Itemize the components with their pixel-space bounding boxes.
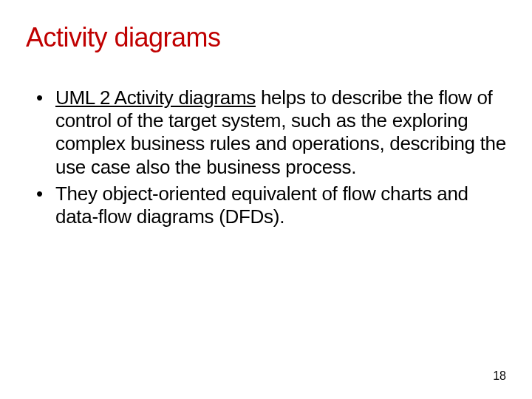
bullet-item-1: UML 2 Activity diagrams helps to describ…: [36, 86, 506, 179]
bullet-item-2: They object-oriented equivalent of flow …: [36, 183, 506, 228]
slide-title: Activity diagrams: [26, 22, 506, 53]
bullet-list: UML 2 Activity diagrams helps to describ…: [26, 86, 506, 228]
slide-container: Activity diagrams UML 2 Activity diagram…: [0, 0, 532, 228]
bullet-text-2: They object-oriented equivalent of flow …: [55, 183, 468, 228]
bullet-link[interactable]: UML 2 Activity diagrams: [55, 86, 256, 109]
page-number: 18: [493, 369, 506, 383]
